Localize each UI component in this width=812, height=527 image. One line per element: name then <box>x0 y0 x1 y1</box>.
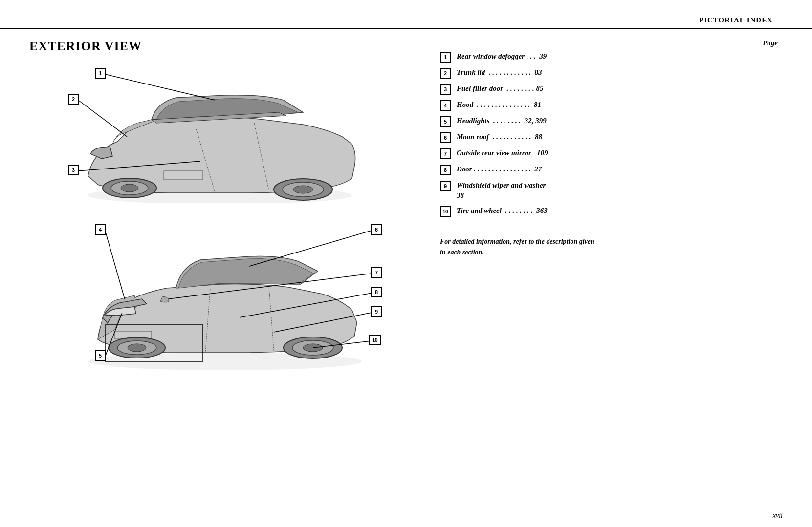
index-text-4: Hood . . . . . . . . . . . . . . . 81 <box>457 100 541 110</box>
page-label: Page <box>440 39 783 47</box>
svg-text:8: 8 <box>375 289 378 295</box>
diagram-bottom: 4 6 7 8 9 10 <box>29 220 401 371</box>
index-item-2: 2 Trunk lid . . . . . . . . . . . . 83 <box>440 67 783 79</box>
svg-text:9: 9 <box>375 309 378 315</box>
index-item-6: 6 Moon roof . . . . . . . . . . . 88 <box>440 132 783 143</box>
svg-text:10: 10 <box>372 337 378 343</box>
diagram-top: 1 2 3 <box>29 63 401 205</box>
index-text-9: Windshield wiper and washer38 <box>457 180 546 201</box>
index-num-box-7: 7 <box>440 148 451 159</box>
index-item-4: 4 Hood . . . . . . . . . . . . . . . 81 <box>440 100 783 111</box>
svg-point-6 <box>293 186 313 193</box>
index-num-box-10: 10 <box>440 206 451 217</box>
svg-line-13 <box>78 100 127 137</box>
index-num-box-2: 2 <box>440 68 451 79</box>
index-num-box-9: 9 <box>440 181 451 191</box>
svg-text:7: 7 <box>375 270 378 275</box>
left-panel: EXTERIOR VIEW <box>29 29 411 507</box>
svg-point-23 <box>128 344 146 352</box>
page-header: PICTORIAL INDEX <box>0 0 812 29</box>
svg-line-10 <box>105 74 215 100</box>
index-text-5: Headlights . . . . . . . . 32, 399 <box>457 116 547 126</box>
index-item-1: 1 Rear window defogger . . . 39 <box>440 51 783 63</box>
svg-text:5: 5 <box>99 353 102 358</box>
index-text-8: Door . . . . . . . . . . . . . . . . 27 <box>457 164 542 174</box>
index-item-10: 10 Tire and wheel . . . . . . . . 363 <box>440 206 783 217</box>
car-diagram-top-svg: 1 2 3 <box>29 63 401 203</box>
index-text-7: Outside rear view mirror 109 <box>457 148 548 158</box>
index-item-5: 5 Headlights . . . . . . . . 32, 399 <box>440 116 783 127</box>
index-item-7: 7 Outside rear view mirror 109 <box>440 148 783 159</box>
svg-text:3: 3 <box>72 167 75 173</box>
index-text-2: Trunk lid . . . . . . . . . . . . 83 <box>457 67 542 78</box>
index-num-box-3: 3 <box>440 84 451 95</box>
car-diagram-bottom-svg: 4 6 7 8 9 10 <box>29 220 401 371</box>
index-num-box-5: 5 <box>440 116 451 127</box>
index-item-8: 8 Door . . . . . . . . . . . . . . . . 2… <box>440 164 783 175</box>
index-text-10: Tire and wheel . . . . . . . . 363 <box>457 206 548 216</box>
index-text-6: Moon roof . . . . . . . . . . . 88 <box>457 132 542 142</box>
svg-line-32 <box>249 231 372 266</box>
index-num-box-4: 4 <box>440 100 451 111</box>
svg-rect-7 <box>164 171 203 180</box>
right-panel: Page 1 Rear window defogger . . . 39 2 T… <box>411 29 783 507</box>
svg-text:1: 1 <box>99 70 102 76</box>
note-text: For detailed information, refer to the d… <box>440 236 596 258</box>
index-text-3: Fuel filler door . . . . . . . . 85 <box>457 84 544 94</box>
index-item-3: 3 Fuel filler door . . . . . . . . 85 <box>440 84 783 95</box>
svg-text:6: 6 <box>375 227 378 232</box>
index-num-box-1: 1 <box>440 52 451 63</box>
index-list: 1 Rear window defogger . . . 39 2 Trunk … <box>440 51 783 217</box>
svg-line-29 <box>105 231 125 299</box>
index-num-box-8: 8 <box>440 165 451 175</box>
svg-text:4: 4 <box>99 227 102 232</box>
index-text-1: Rear window defogger . . . 39 <box>457 51 547 62</box>
page-number: xvii <box>773 512 783 520</box>
index-num-box-6: 6 <box>440 132 451 143</box>
section-title: EXTERIOR VIEW <box>29 39 411 54</box>
svg-text:2: 2 <box>72 96 75 102</box>
header-title: PICTORIAL INDEX <box>699 16 773 24</box>
index-item-9: 9 Windshield wiper and washer38 <box>440 180 783 201</box>
svg-point-3 <box>121 184 138 192</box>
main-content: EXTERIOR VIEW <box>29 29 783 507</box>
